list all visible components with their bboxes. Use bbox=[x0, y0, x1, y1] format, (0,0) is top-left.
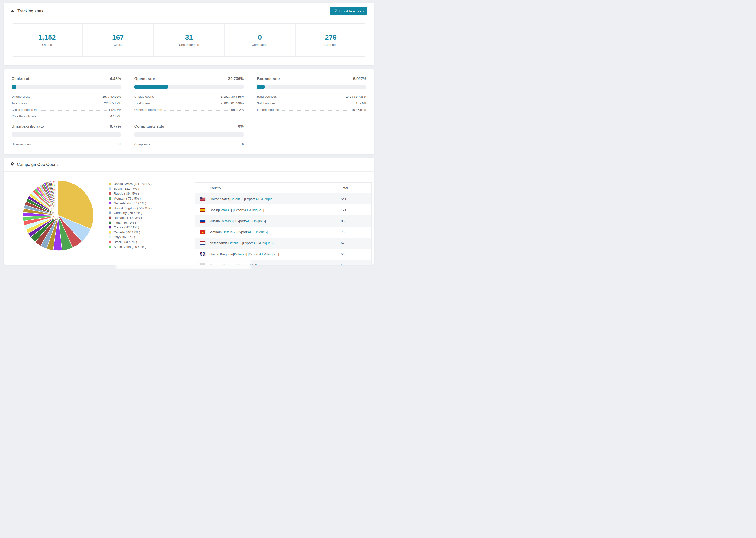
legend-label: Germany ( 55 / 3% ) bbox=[114, 211, 142, 215]
bar-chart-icon bbox=[11, 9, 15, 14]
legend-item[interactable]: Romania ( 49 / 3% ) bbox=[109, 215, 152, 220]
rate-panel-title: Bounce rate bbox=[257, 77, 280, 81]
bracket-close-text: ] bbox=[263, 208, 264, 212]
details-link[interactable]: Details › bbox=[219, 208, 231, 212]
details-link[interactable]: Details › bbox=[230, 197, 242, 201]
rate-row-label: Click through rate bbox=[12, 115, 36, 118]
rate-panel-title-row: Opens rate30.736% bbox=[134, 77, 244, 81]
summary-stat-label: Unsubscribes bbox=[179, 43, 199, 46]
legend-item[interactable]: Canada ( 40 / 2% ) bbox=[109, 230, 152, 235]
legend-item[interactable]: Russia ( 86 / 5% ) bbox=[109, 191, 152, 196]
flag-gb-icon bbox=[200, 252, 205, 256]
legend-swatch bbox=[109, 236, 111, 238]
dotted-leader bbox=[152, 104, 219, 104]
legend-label: Netherlands ( 67 / 4% ) bbox=[114, 201, 146, 205]
summary-stat-value: 0 bbox=[258, 33, 262, 41]
details-link[interactable]: Details › bbox=[234, 252, 246, 256]
export-unique-link[interactable]: Unique › bbox=[251, 208, 263, 212]
legend-item[interactable]: Germany ( 55 / 3% ) bbox=[109, 211, 152, 215]
legend-label: India ( 46 / 3% ) bbox=[114, 221, 136, 224]
legend-swatch bbox=[109, 202, 111, 204]
export-unique-link[interactable]: Unique › bbox=[266, 252, 278, 256]
legend-item[interactable]: United Kingdom ( 59 / 3% ) bbox=[109, 206, 152, 211]
details-link[interactable]: Details › bbox=[221, 219, 233, 223]
total-cell: 55 bbox=[341, 263, 371, 265]
rate-row: Hard bounces242 / 86.738% bbox=[257, 92, 366, 98]
export-all-link[interactable]: All › bbox=[259, 252, 265, 256]
legend-item[interactable]: Brazil ( 33 / 2% ) bbox=[109, 240, 152, 244]
export-all-link[interactable]: All › bbox=[244, 208, 250, 212]
bracket-close-text: ] bbox=[265, 219, 266, 223]
export-all-link[interactable]: All › bbox=[248, 230, 253, 234]
summary-stat-value: 31 bbox=[185, 33, 193, 41]
legend-item[interactable]: South Africa ( 29 / 2% ) bbox=[109, 244, 152, 249]
legend-swatch bbox=[109, 231, 111, 234]
rate-row-label: Unique opens bbox=[134, 95, 154, 98]
table-row: United Kingdom [Details ›] [Export: All … bbox=[195, 248, 371, 260]
geo-table-header: Country Total bbox=[195, 183, 371, 193]
bracket-close-text: ] bbox=[278, 252, 279, 256]
table-row: Russia [Details ›] [Export: All › / Uniq… bbox=[195, 215, 371, 227]
rate-panel-title: Opens rate bbox=[134, 77, 155, 81]
country-cell: Spain [Details ›] [Export: All › / Uniqu… bbox=[195, 208, 341, 212]
export-unique-link[interactable]: Unique › bbox=[256, 263, 268, 265]
rate-row-label: Unique clicks bbox=[12, 95, 30, 98]
details-link[interactable]: Details › bbox=[228, 241, 240, 245]
export-unique-link[interactable]: Unique › bbox=[260, 241, 273, 245]
legend-swatch bbox=[109, 197, 111, 200]
total-cell: 86 bbox=[341, 219, 371, 223]
rate-rows: Unique opens1,152 / 30.736%Total opens2,… bbox=[134, 92, 244, 112]
export-text: ] [Export: bbox=[231, 208, 244, 212]
total-cell: 79 bbox=[341, 230, 371, 234]
legend-label: Romania ( 49 / 3% ) bbox=[114, 216, 142, 219]
legend-label: United States ( 541 / 31% ) bbox=[114, 182, 152, 186]
dotted-leader bbox=[277, 104, 354, 104]
legend-label: United Kingdom ( 59 / 3% ) bbox=[114, 206, 152, 210]
country-name: Netherlands bbox=[210, 241, 228, 245]
total-cell: 541 bbox=[341, 197, 371, 201]
summary-stat-cell: 1,152Opens bbox=[12, 24, 82, 56]
export-all-link[interactable]: All › bbox=[246, 219, 251, 223]
legend-item[interactable]: Spain ( 121 / 7% ) bbox=[109, 187, 152, 191]
export-all-link[interactable]: All › bbox=[255, 197, 261, 201]
export-icon bbox=[334, 9, 337, 13]
rate-row-label: Total clicks bbox=[12, 101, 27, 105]
export-basic-stats-button[interactable]: Export basic stats bbox=[330, 7, 367, 15]
country-cell: Russia [Details ›] [Export: All › / Uniq… bbox=[195, 219, 341, 223]
rate-row: Clicks to opens rate14.497% bbox=[12, 105, 121, 112]
legend-swatch bbox=[109, 226, 111, 229]
rate-row: Unique opens1,152 / 30.736% bbox=[134, 92, 244, 98]
legend-item[interactable]: United States ( 541 / 31% ) bbox=[109, 182, 152, 187]
dotted-leader bbox=[279, 97, 344, 97]
export-text: ] [Export: bbox=[241, 241, 253, 245]
rate-progress-fill bbox=[12, 132, 13, 137]
legend-swatch bbox=[109, 187, 111, 190]
legend-item[interactable]: India ( 46 / 3% ) bbox=[109, 220, 152, 225]
rate-progress-fill bbox=[12, 84, 17, 89]
rate-row-label: Opens to clicks rate bbox=[134, 108, 162, 112]
export-all-link[interactable]: All › bbox=[253, 241, 259, 245]
legend-label: Russia ( 86 / 5% ) bbox=[114, 192, 139, 195]
export-unique-link[interactable]: Unique › bbox=[262, 197, 274, 201]
rate-progress-track bbox=[134, 84, 244, 89]
tracking-stats-card: Tracking stats Export basic stats 1,152O… bbox=[4, 3, 374, 65]
legend-item[interactable]: Italy ( 36 / 2% ) bbox=[109, 235, 152, 240]
legend-item[interactable]: Netherlands ( 67 / 4% ) bbox=[109, 201, 152, 206]
legend-item[interactable]: Vietnam ( 79 / 5% ) bbox=[109, 196, 152, 201]
details-link[interactable]: Details › bbox=[223, 230, 235, 234]
rates-card: Clicks rate4.46%Unique clicks167 / 4.456… bbox=[4, 69, 374, 154]
rate-progress-track bbox=[257, 84, 366, 89]
rate-row-value: 18 / 0% bbox=[356, 101, 366, 105]
rate-panel: Bounce rate6.927%Hard bounces242 / 86.73… bbox=[257, 77, 366, 118]
legend-swatch bbox=[109, 211, 111, 214]
legend-item[interactable]: France ( 42 / 2% ) bbox=[109, 225, 152, 230]
total-cell: 67 bbox=[341, 241, 371, 245]
export-unique-link[interactable]: Unique › bbox=[254, 230, 267, 234]
legend-label: Vietnam ( 79 / 5% ) bbox=[114, 197, 141, 200]
export-unique-link[interactable]: Unique › bbox=[252, 219, 265, 223]
bracket-close-text: ] bbox=[273, 241, 274, 245]
dotted-leader bbox=[152, 145, 240, 145]
country-cell: Vietnam [Details ›] [Export: All › / Uni… bbox=[195, 230, 341, 234]
total-cell: 59 bbox=[341, 252, 371, 256]
rate-panel-value: 4.46% bbox=[110, 77, 121, 81]
